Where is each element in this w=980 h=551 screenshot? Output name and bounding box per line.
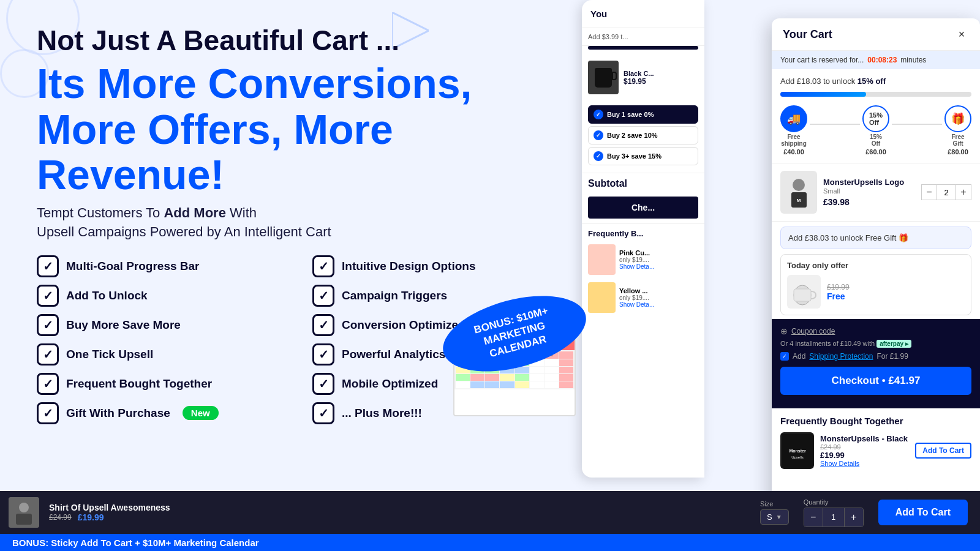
coupon-label[interactable]: Coupon code [791,327,835,335]
today-offer-img [787,275,821,309]
bonus-bottom-label: BONUS: Sticky Add To Cart + $10M+ Market… [12,538,259,548]
cart-qty-minus-1[interactable]: − [921,184,937,200]
fbt-item-name: MonsterUpsells - Black [820,434,909,443]
size-section: Size S ▼ [760,500,789,525]
milestone-label-gift: FreeGift [951,133,964,147]
shipping-protection-row: ✓ Add Shipping Protection For £1.99 [780,352,971,361]
check-icon-11 [312,373,334,395]
cart-item-img-bg: M [780,171,817,214]
shipping-protection-checkbox[interactable]: ✓ [780,352,789,361]
check-icon-2 [37,285,59,307]
sp-link[interactable]: Shipping Protection [809,352,873,361]
progress-milestones: 🚚 Freeshipping £40.00 15%Off 15%Off £60.… [780,105,971,156]
feature-one-tick: One Tick Upsell [37,343,288,365]
coupon-icon: ⊕ [780,326,788,336]
price-new: £19.99 [78,512,104,522]
fbt-price-old: £24.99 [820,443,909,451]
cart-close-button[interactable]: × [954,27,969,42]
back-fbt-title: Frequently B... [582,223,704,241]
checkout-button[interactable]: Checkout • £41.97 [780,367,971,395]
today-offer-item: £19.99 Free [787,275,965,309]
headline-black: Not Just A Beautiful Cart ... [37,24,564,57]
coupon-row: ⊕ Coupon code [780,326,971,336]
today-offer-details: £19.99 Free [827,283,850,301]
fbt-add-button[interactable]: Add To Cart [915,443,971,459]
svg-point-2 [793,179,805,191]
back-panel-subtotal: Subtotal [582,173,704,194]
back-fbt-item-1: Pink Cu... only $19.... Show Deta... [582,241,704,279]
back-item-img [588,61,619,94]
today-offer-price-new: Free [827,291,850,301]
check-icon-10 [312,343,334,365]
fbt-item-img: Monster Upsells [780,432,814,469]
check-icon-9 [312,314,334,336]
sp-price: For £1.99 [876,352,908,361]
qty-controls: − 1 + [804,508,864,527]
cart-item-1: M MonsterUpsells Logo Small £39.98 − 2 + [772,163,980,222]
milestone-label-shipping: Freeshipping [781,133,807,147]
svg-text:Monster: Monster [789,449,806,453]
feature-label-3: Buy More Save More [66,318,181,332]
milestone-amount-shipping: £40.00 [783,148,804,156]
progress-add-text: Add £18.03 to unlock 15% off [780,77,971,86]
back-checkout-btn[interactable]: Che... [588,197,698,219]
svg-text:Upsells: Upsells [791,455,804,459]
timer-text: Your cart is reserved for... [780,56,864,64]
feature-label-9: Conversion Optimized [342,318,466,332]
qty-minus[interactable]: − [804,508,823,527]
today-offer-label: Today only offer [787,261,965,270]
check-icon-1 [37,255,59,277]
cart-item-price-1: £39.98 [823,197,915,207]
feature-label-10: Powerful Analytics [342,348,445,361]
cart-qty-plus-1[interactable]: + [956,184,971,200]
cart-progress-section: Add £18.03 to unlock 15% off 🚚 Freeshipp… [772,69,980,163]
milestone-label-15off: 15%Off [870,133,882,147]
progress-bar-fill [780,92,866,97]
feature-intuitive: Intuitive Design Options [312,255,564,277]
qty-section: Quantity − 1 + [804,498,864,527]
feature-fbt: Frequent Bought Together [37,373,288,395]
qty-plus[interactable]: + [845,508,863,527]
milestone-gift: 🎁 FreeGift £80.00 [944,105,971,156]
check-icon-6 [37,402,59,424]
milestone-amount-gift: £80.00 [948,148,968,156]
checkout-section: ⊕ Coupon code Or 4 installments of £10.4… [772,319,980,408]
cart-item-size-1: Small [823,187,915,195]
add-to-cart-button[interactable]: Add To Cart [878,500,968,525]
price-old: £24.99 [49,513,72,522]
milestone-amount-15off: £60.00 [865,148,886,156]
tier-row-1: ✓ Buy 1 save 0% [588,105,698,124]
feature-label-4: One Tick Upsell [66,348,153,361]
cart-item-name-1: MonsterUpsells Logo [823,178,915,188]
product-info: Shirt Of Upsell Awesomeness £24.99 £19.9… [49,503,760,522]
product-thumbnail [9,497,39,528]
back-panel-add-text: Add $3.99 t... [582,28,704,46]
check-icon-4 [37,343,59,365]
size-select[interactable]: S ▼ [760,509,789,525]
fbt-section: Frequently Bought Together Monster Upsel… [772,408,980,476]
tier-check-2: ✓ [594,130,603,140]
svg-rect-13 [16,514,32,525]
tier-check-1: ✓ [594,110,603,119]
milestone-shipping: 🚚 Freeshipping £40.00 [780,105,807,156]
right-panels: You Add $3.99 t... Black C... $19.95 ✓ B… [582,0,980,508]
feature-label-2: Add To Unlock [66,289,148,302]
cart-title: Your Cart [783,28,832,41]
cart-item-img-1: M [780,171,817,214]
subheadline: Tempt Customers To Add More With Upsell … [37,204,564,242]
fbt-title: Frequently Bought Together [780,416,971,426]
feature-label-6: Gift With Purchase [66,407,170,420]
check-icon-8 [312,285,334,307]
headline-blue: Its More Conversions, More Offers, More … [37,61,564,198]
milestone-icon-15off: 15%Off [862,105,889,132]
check-icon-3 [37,314,59,336]
svg-text:M: M [796,198,801,203]
size-label: Size [760,500,789,508]
feature-gift: Gift With Purchase New [37,402,288,424]
cart-panel: Your Cart × Your cart is reserved for...… [772,18,980,520]
fbt-show-details[interactable]: Show Details [820,460,909,467]
sp-add-text: Add [793,352,805,361]
tier-row-2: ✓ Buy 2 save 10% [588,126,698,144]
fbt-price-new: £19.99 [820,451,909,460]
afterpay-badge: afterpay ▸ [876,340,911,348]
